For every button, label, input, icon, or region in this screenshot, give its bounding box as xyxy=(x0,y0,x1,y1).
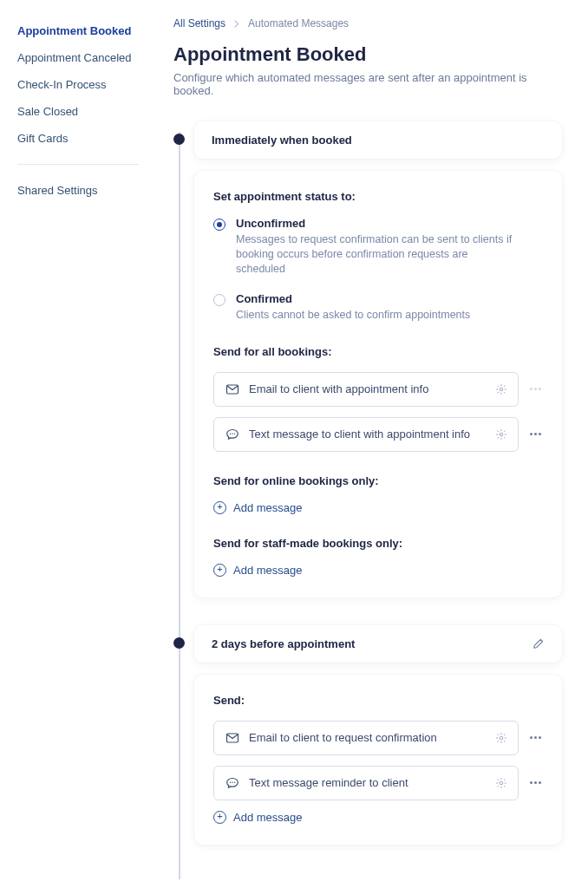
add-message-label: Add message xyxy=(233,811,303,824)
main-content: All Settings Automated Messages Appointm… xyxy=(156,0,588,888)
plus-circle-icon xyxy=(213,811,226,824)
add-message-label: Add message xyxy=(233,564,303,577)
chat-icon xyxy=(225,775,240,791)
radio-option-unconfirmed[interactable]: UnconfirmedMessages to request confirmat… xyxy=(213,217,543,277)
svg-point-11 xyxy=(500,781,503,785)
mail-icon xyxy=(225,382,240,397)
sidebar-item-shared-settings[interactable]: Shared Settings xyxy=(17,177,156,204)
timeline-header-card: Immediately when booked xyxy=(194,121,562,159)
svg-point-10 xyxy=(234,781,235,782)
message-label: Text message to client with appointment … xyxy=(249,428,495,441)
status-section-label: Set appointment status to: xyxy=(213,190,543,203)
sidebar-item-appointment-canceled[interactable]: Appointment Canceled xyxy=(17,44,156,71)
chevron-right-icon xyxy=(234,20,239,28)
svg-point-9 xyxy=(232,781,232,782)
send-section-label: Send: xyxy=(213,694,543,707)
add-message-button[interactable]: Add message xyxy=(213,564,543,577)
radio-title: Unconfirmed xyxy=(236,217,513,230)
more-menu-icon[interactable] xyxy=(527,433,543,435)
gear-icon[interactable] xyxy=(495,428,507,441)
timeline-block: Immediately when bookedSet appointment s… xyxy=(194,121,562,597)
message-item: Text message to client with appointment … xyxy=(213,417,543,452)
radio-title: Confirmed xyxy=(236,292,470,305)
more-menu-icon[interactable] xyxy=(527,736,543,739)
message-label: Email to client with appointment info xyxy=(249,382,495,395)
breadcrumb-root[interactable]: All Settings xyxy=(173,17,225,29)
send-section-label: Send for staff-made bookings only: xyxy=(213,537,543,550)
message-row[interactable]: Text message reminder to client xyxy=(213,766,519,800)
pencil-icon[interactable] xyxy=(532,637,545,650)
message-item: Email to client with appointment info xyxy=(213,372,543,407)
radio-option-confirmed[interactable]: ConfirmedClients cannot be asked to conf… xyxy=(213,292,543,323)
svg-point-1 xyxy=(500,388,503,391)
add-message-button[interactable]: Add message xyxy=(213,811,543,824)
svg-point-5 xyxy=(500,433,503,436)
svg-point-7 xyxy=(500,736,503,740)
message-row[interactable]: Email to client with appointment info xyxy=(213,372,519,407)
message-label: Text message reminder to client xyxy=(249,776,495,789)
timeline-dot xyxy=(173,637,185,649)
message-item: Text message reminder to client xyxy=(213,766,543,800)
send-section-label: Send for all bookings: xyxy=(213,345,543,358)
timeline-body-card: Send:Email to client to request confirma… xyxy=(194,675,562,845)
more-menu-icon[interactable] xyxy=(527,781,543,784)
timeline-header-card: 2 days before appointment xyxy=(194,625,562,663)
sidebar-item-appointment-booked[interactable]: Appointment Booked xyxy=(17,17,156,44)
message-item: Email to client to request confirmation xyxy=(213,721,543,755)
timeline-header-title: Immediately when booked xyxy=(212,134,352,147)
timeline-body-card: Set appointment status to:UnconfirmedMes… xyxy=(194,171,562,597)
radio-icon xyxy=(213,219,225,231)
gear-icon[interactable] xyxy=(495,383,507,395)
timeline-header-title: 2 days before appointment xyxy=(212,637,355,650)
gear-icon[interactable] xyxy=(495,732,507,744)
timeline-dot xyxy=(173,134,185,145)
page-subtitle: Configure which automated messages are s… xyxy=(173,71,562,97)
radio-description: Messages to request confirmation can be … xyxy=(236,232,513,277)
svg-point-3 xyxy=(232,433,232,434)
svg-point-4 xyxy=(234,433,235,434)
sidebar-item-sale-closed[interactable]: Sale Closed xyxy=(17,98,156,125)
settings-sidebar: Appointment BookedAppointment CanceledCh… xyxy=(0,0,156,888)
gear-icon[interactable] xyxy=(495,777,507,789)
message-label: Email to client to request confirmation xyxy=(249,731,495,744)
sidebar-item-check-in-process[interactable]: Check-In Process xyxy=(17,71,156,98)
breadcrumb: All Settings Automated Messages xyxy=(173,17,562,29)
more-menu-icon[interactable] xyxy=(527,388,543,390)
sidebar-item-gift-cards[interactable]: Gift Cards xyxy=(17,125,156,152)
plus-circle-icon xyxy=(213,501,226,514)
plus-circle-icon xyxy=(213,564,226,577)
message-row[interactable]: Text message to client with appointment … xyxy=(213,417,519,452)
svg-point-2 xyxy=(230,433,231,434)
breadcrumb-current: Automated Messages xyxy=(248,17,349,29)
page-title: Appointment Booked xyxy=(173,43,562,66)
timeline: Immediately when bookedSet appointment s… xyxy=(173,121,562,845)
svg-point-8 xyxy=(230,781,231,782)
timeline-block: 2 days before appointmentSend:Email to c… xyxy=(194,625,562,845)
message-row[interactable]: Email to client to request confirmation xyxy=(213,721,519,755)
chat-icon xyxy=(225,427,240,442)
radio-icon xyxy=(213,294,225,306)
radio-description: Clients cannot be asked to confirm appoi… xyxy=(236,308,470,323)
add-message-label: Add message xyxy=(233,501,303,514)
send-section-label: Send for online bookings only: xyxy=(213,474,543,487)
add-message-button[interactable]: Add message xyxy=(213,501,543,514)
mail-icon xyxy=(225,730,240,746)
sidebar-divider xyxy=(17,164,139,165)
